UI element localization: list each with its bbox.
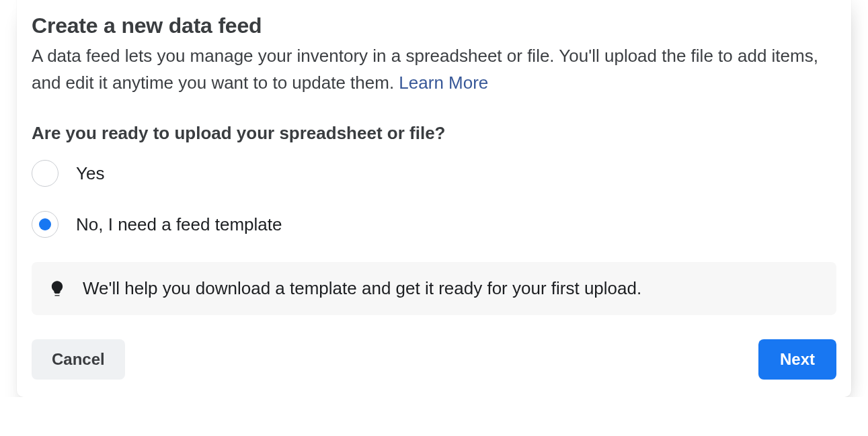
upload-question: Are you ready to upload your spreadsheet… xyxy=(32,123,836,144)
page-description: A data feed lets you manage your invento… xyxy=(32,42,825,96)
create-data-feed-card: Create a new data feed A data feed lets … xyxy=(17,0,851,397)
info-message: We'll help you download a template and g… xyxy=(83,278,641,299)
radio-option-yes[interactable]: Yes xyxy=(32,160,836,187)
radio-option-no-template[interactable]: No, I need a feed template xyxy=(32,211,836,238)
learn-more-link[interactable]: Learn More xyxy=(399,73,488,93)
cancel-button[interactable]: Cancel xyxy=(32,339,125,380)
radio-button-no-template[interactable] xyxy=(32,211,58,238)
radio-button-yes[interactable] xyxy=(32,160,58,187)
next-button[interactable]: Next xyxy=(758,339,836,380)
card-content: Create a new data feed A data feed lets … xyxy=(17,13,851,315)
info-box: We'll help you download a template and g… xyxy=(32,262,836,315)
lightbulb-icon xyxy=(48,279,67,298)
page-title: Create a new data feed xyxy=(32,13,836,38)
radio-label-yes: Yes xyxy=(76,163,104,184)
radio-label-no-template: No, I need a feed template xyxy=(76,214,282,235)
dialog-footer: Cancel Next xyxy=(17,339,851,380)
radio-dot-icon xyxy=(39,218,51,230)
